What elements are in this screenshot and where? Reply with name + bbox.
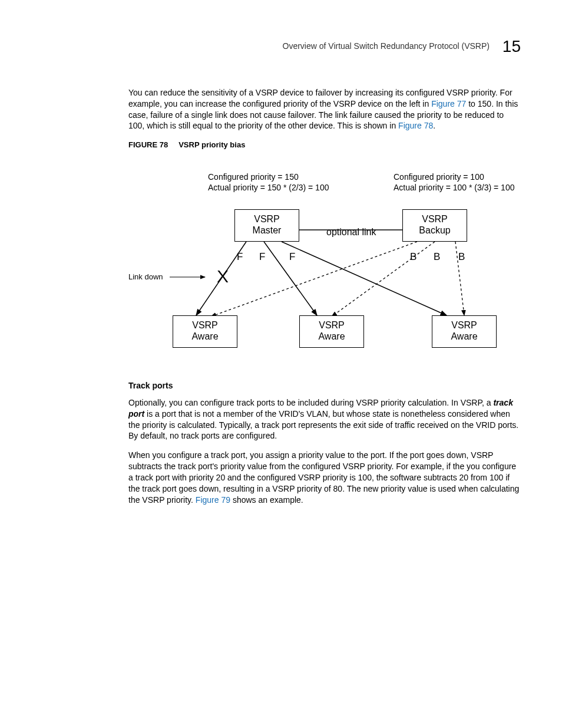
f-label-1: F bbox=[237, 251, 243, 264]
box-line2: Master bbox=[253, 225, 282, 235]
text: When you configure a track port, you ass… bbox=[128, 450, 519, 505]
b-label-2: B bbox=[434, 251, 440, 264]
left-config-label: Configured priority = 150 bbox=[208, 172, 299, 183]
box-line1: VSRP bbox=[451, 320, 477, 330]
box-line1: VSRP bbox=[192, 320, 218, 330]
b-label-1: B bbox=[410, 251, 416, 264]
box-line2: Aware bbox=[451, 331, 477, 341]
intro-paragraph: You can reduce the sensitivity of a VSRP… bbox=[128, 87, 521, 132]
figure-caption: FIGURE 78VSRP priority bias bbox=[128, 140, 521, 150]
vsrp-diagram: Configured priority = 150 Actual priorit… bbox=[128, 162, 521, 368]
left-actual-label: Actual priority = 150 * (2/3) = 100 bbox=[208, 182, 329, 193]
text: Optionally, you can configure track port… bbox=[128, 398, 493, 407]
right-config-label: Configured priority = 100 bbox=[394, 172, 484, 183]
body-content: You can reduce the sensitivity of a VSRP… bbox=[128, 87, 521, 506]
f-label-3: F bbox=[289, 251, 295, 264]
figure-number: FIGURE 78 bbox=[128, 140, 168, 149]
vsrp-aware-box-3: VSRP Aware bbox=[432, 315, 497, 348]
figure-78-link[interactable]: Figure 78 bbox=[398, 121, 433, 130]
track-ports-heading: Track ports bbox=[128, 380, 521, 391]
chapter-number: 15 bbox=[503, 35, 521, 58]
vsrp-aware-box-1: VSRP Aware bbox=[173, 315, 237, 348]
svg-line-3 bbox=[282, 242, 447, 315]
x-mark: X bbox=[217, 265, 229, 289]
box-line1: VSRP bbox=[254, 214, 280, 224]
track-ports-para2: When you configure a track port, you ass… bbox=[128, 450, 521, 505]
vsrp-backup-box: VSRP Backup bbox=[402, 209, 467, 242]
optional-link-label: optional link bbox=[326, 226, 376, 239]
link-down-label: Link down bbox=[128, 272, 163, 282]
page-header: Overview of Virtual Switch Redundancy Pr… bbox=[41, 35, 521, 58]
vsrp-aware-box-2: VSRP Aware bbox=[299, 315, 364, 348]
text: . bbox=[433, 121, 435, 130]
track-ports-para1: Optionally, you can configure track port… bbox=[128, 397, 521, 442]
svg-line-5 bbox=[332, 242, 435, 317]
box-line2: Aware bbox=[318, 331, 345, 341]
box-line2: Backup bbox=[419, 225, 450, 235]
figure-79-link[interactable]: Figure 79 bbox=[196, 495, 230, 505]
figure-77-link[interactable]: Figure 77 bbox=[431, 99, 466, 108]
box-line2: Aware bbox=[191, 331, 218, 341]
text: shows an example. bbox=[230, 495, 303, 505]
right-actual-label: Actual priority = 100 * (3/3) = 100 bbox=[394, 182, 514, 193]
b-label-3: B bbox=[458, 251, 465, 264]
f-label-2: F bbox=[259, 251, 265, 264]
box-line1: VSRP bbox=[422, 214, 448, 224]
vsrp-master-box: VSRP Master bbox=[234, 209, 299, 242]
header-title: Overview of Virtual Switch Redundancy Pr… bbox=[283, 41, 490, 52]
figure-title: VSRP priority bias bbox=[178, 140, 245, 149]
box-line1: VSRP bbox=[319, 320, 345, 330]
text: is a port that is not a member of the VR… bbox=[128, 409, 518, 441]
